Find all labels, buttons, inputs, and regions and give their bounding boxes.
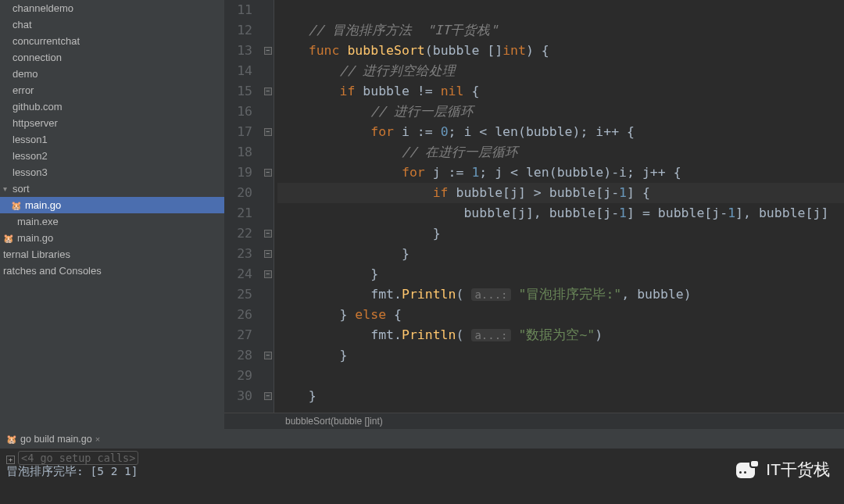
item-label: concurrentchat xyxy=(13,35,80,47)
code-line[interactable]: // 进行一层循环 xyxy=(277,102,844,122)
fold-column[interactable]: −−−−−−−−− xyxy=(262,0,274,413)
code-line[interactable]: bubble[j], bubble[j-1] = bubble[j-1], bu… xyxy=(277,203,844,223)
code-line[interactable]: func bubbleSort(bubble []int) { xyxy=(277,41,844,61)
line-number: 29 xyxy=(224,366,252,386)
code-area[interactable]: // 冒泡排序方法 "IT干货栈" func bubbleSort(bubble… xyxy=(274,0,844,413)
console-panel: 🐹 go build main.go × +<4 go setup calls>… xyxy=(0,429,844,504)
scratches-consoles[interactable]: ratches and Consoles xyxy=(0,263,224,279)
close-icon[interactable]: × xyxy=(95,434,100,444)
line-number: 18 xyxy=(224,142,252,163)
expand-icon[interactable]: + xyxy=(6,456,15,464)
line-number: 27 xyxy=(224,325,252,345)
fold-close-icon[interactable]: − xyxy=(264,392,272,400)
code-line[interactable]: if bubble != nil { xyxy=(277,81,844,102)
fold-open-icon[interactable]: − xyxy=(264,128,272,136)
item-label: lesson3 xyxy=(13,166,48,178)
line-number: 17 xyxy=(224,122,252,142)
line-number: 15 xyxy=(224,81,252,102)
code-line[interactable]: } xyxy=(277,264,844,284)
line-number: 14 xyxy=(224,61,252,81)
line-number: 24 xyxy=(224,264,252,284)
go-file-icon: 🐹 xyxy=(3,233,14,244)
line-number: 19 xyxy=(224,163,252,183)
code-line[interactable]: } xyxy=(277,345,844,366)
line-number: 16 xyxy=(224,102,252,122)
fold-close-icon[interactable]: − xyxy=(264,270,272,278)
folder-item[interactable]: github.com xyxy=(0,98,224,115)
folder-item[interactable]: lesson2 xyxy=(0,148,224,164)
item-label: main.exe xyxy=(17,216,59,227)
item-label: sort xyxy=(13,183,30,195)
folder-item[interactable]: httpserver xyxy=(0,115,224,131)
fold-open-icon[interactable]: − xyxy=(264,169,272,177)
item-label: demo xyxy=(13,68,38,80)
console-output[interactable]: +<4 go setup calls> 冒泡排序完毕: [5 2 1] xyxy=(0,449,844,504)
code-line[interactable] xyxy=(277,366,844,386)
folder-item[interactable]: lesson1 xyxy=(0,131,224,148)
item-label: main.go xyxy=(17,232,53,244)
editor-panel: 1112131415161718192021222324252627282930… xyxy=(224,0,844,429)
external-libraries[interactable]: ternal Libraries xyxy=(0,246,224,263)
item-label: lesson1 xyxy=(13,134,48,145)
code-line[interactable]: } xyxy=(277,244,844,264)
file-item[interactable]: 🐹main.go xyxy=(0,230,224,246)
code-line[interactable]: for i := 0; i < len(bubble); i++ { xyxy=(277,122,844,142)
file-item[interactable]: main.exe xyxy=(0,213,224,230)
line-gutter: 1112131415161718192021222324252627282930 xyxy=(224,0,262,413)
folder-item[interactable]: ▾sort xyxy=(0,181,224,197)
code-line[interactable]: // 在进行一层循环 xyxy=(277,142,844,163)
fold-open-icon[interactable]: − xyxy=(264,47,272,55)
folder-item[interactable]: chat xyxy=(0,16,224,33)
item-label: chat xyxy=(13,19,32,30)
fold-open-icon[interactable]: − xyxy=(264,88,272,95)
fold-close-icon[interactable]: − xyxy=(264,230,272,238)
code-line[interactable]: } else { xyxy=(277,305,844,325)
code-line[interactable]: if bubble[j] > bubble[j-1] { xyxy=(277,183,844,203)
console-tab-run[interactable]: 🐹 go build main.go × xyxy=(3,431,103,447)
line-number: 20 xyxy=(224,183,252,203)
line-number: 30 xyxy=(224,386,252,406)
folder-item[interactable]: lesson3 xyxy=(0,164,224,181)
folded-calls[interactable]: <4 go setup calls> xyxy=(18,451,138,465)
folder-item[interactable]: error xyxy=(0,82,224,98)
console-output-line: 冒泡排序完毕: [5 2 1] xyxy=(6,464,838,479)
code-line[interactable]: // 冒泡排序方法 "IT干货栈" xyxy=(277,20,844,41)
go-icon: 🐹 xyxy=(6,434,17,445)
fold-close-icon[interactable]: − xyxy=(264,352,272,359)
folder-item[interactable]: channeldemo xyxy=(0,0,224,16)
code-line[interactable]: fmt.Println( a...: "冒泡排序完毕:", bubble) xyxy=(277,284,844,305)
line-number: 23 xyxy=(224,244,252,264)
folder-item[interactable]: connection xyxy=(0,49,224,66)
item-label: error xyxy=(13,84,34,96)
item-label: channeldemo xyxy=(13,2,73,14)
breadcrumb[interactable]: bubbleSort(bubble []int) xyxy=(224,413,844,429)
item-label: github.com xyxy=(13,101,63,113)
line-number: 28 xyxy=(224,345,252,366)
go-file-icon: 🐹 xyxy=(11,200,22,211)
line-number: 13 xyxy=(224,41,252,61)
fold-close-icon[interactable]: − xyxy=(264,250,272,258)
code-line[interactable]: } xyxy=(277,386,844,406)
line-number: 12 xyxy=(224,20,252,41)
caret-icon: ▾ xyxy=(3,184,9,193)
item-label: lesson2 xyxy=(13,150,48,162)
item-label: httpserver xyxy=(13,117,58,129)
code-line[interactable]: } xyxy=(277,223,844,244)
item-label: connection xyxy=(13,52,62,63)
code-line[interactable]: // 进行判空给处理 xyxy=(277,61,844,81)
folder-item[interactable]: demo xyxy=(0,66,224,82)
console-tabs[interactable]: 🐹 go build main.go × xyxy=(0,430,844,449)
item-label: main.go xyxy=(25,199,61,211)
file-icon xyxy=(3,216,14,227)
file-item[interactable]: 🐹main.go xyxy=(0,197,224,213)
line-number: 11 xyxy=(224,0,252,20)
code-line[interactable]: fmt.Println( a...: "数据为空~") xyxy=(277,325,844,345)
line-number: 26 xyxy=(224,305,252,325)
code-editor[interactable]: 1112131415161718192021222324252627282930… xyxy=(224,0,844,413)
project-tree[interactable]: channeldemochatconcurrentchatconnectiond… xyxy=(0,0,224,429)
code-line[interactable]: for j := 1; j < len(bubble)-i; j++ { xyxy=(277,163,844,183)
code-line[interactable] xyxy=(277,0,844,20)
line-number: 21 xyxy=(224,203,252,223)
folder-item[interactable]: concurrentchat xyxy=(0,33,224,49)
line-number: 22 xyxy=(224,223,252,244)
